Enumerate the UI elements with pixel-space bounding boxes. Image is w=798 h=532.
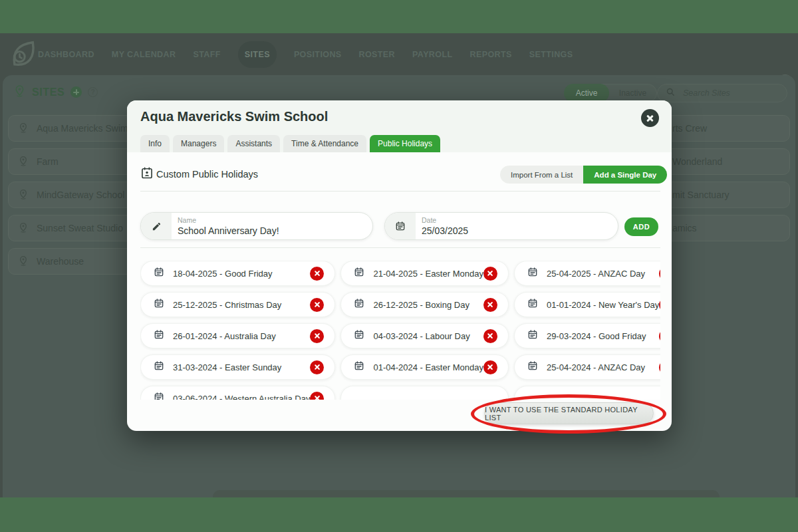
delete-holiday-icon[interactable] bbox=[659, 360, 660, 374]
holiday-item: 01-04-2024 - Easter Monday bbox=[340, 354, 508, 380]
calendar-icon bbox=[354, 360, 364, 374]
calendar-icon bbox=[385, 213, 416, 239]
calendar-icon bbox=[154, 329, 164, 342]
site-name: MindGateway School bbox=[37, 190, 124, 200]
search-sites-box bbox=[657, 84, 787, 102]
holiday-label: 01-04-2024 - Easter Monday bbox=[373, 362, 483, 372]
filter-active-button[interactable]: Active bbox=[564, 84, 609, 102]
holiday-item: 01-01-2024 - New Year's Day bbox=[514, 292, 660, 317]
tab-public-holidays[interactable]: Public Holidays bbox=[370, 135, 440, 152]
holiday-action-buttons: Import From a List Add a Single Day bbox=[500, 166, 667, 184]
holiday-date-field[interactable]: Date 25/03/2025 bbox=[384, 212, 618, 240]
page-title: SITES bbox=[32, 86, 65, 98]
calendar-icon bbox=[527, 360, 538, 374]
holiday-item: 25-04-2025 - ANZAC Day bbox=[514, 261, 660, 286]
divider bbox=[140, 247, 660, 248]
holiday-item-partial bbox=[514, 386, 660, 400]
location-pin-icon bbox=[18, 156, 29, 168]
name-field-label: Name bbox=[178, 216, 279, 224]
add-site-button[interactable] bbox=[70, 86, 82, 98]
site-name-fragment: amics bbox=[672, 223, 697, 233]
date-field-label: Date bbox=[422, 216, 468, 224]
tab-managers[interactable]: Managers bbox=[173, 135, 224, 152]
modal-title: Aqua Mavericks Swim School bbox=[140, 109, 328, 124]
delete-holiday-icon[interactable] bbox=[310, 360, 324, 374]
delete-holiday-icon[interactable] bbox=[310, 298, 324, 312]
holiday-label: 03-06-2024 - Western Australia Day bbox=[173, 394, 310, 400]
date-field-value: 25/03/2025 bbox=[422, 225, 468, 236]
holiday-item: 31-03-2024 - Easter Sunday bbox=[140, 354, 335, 380]
add-single-day-button[interactable]: Add a Single Day bbox=[583, 166, 667, 184]
filter-inactive-button[interactable]: Inactive bbox=[609, 84, 656, 102]
sites-page-header: SITES bbox=[13, 84, 98, 100]
holiday-label: 26-12-2025 - Boxing Day bbox=[373, 300, 483, 310]
holiday-item: 25-12-2025 - Christmas Day bbox=[140, 292, 335, 317]
delete-holiday-icon[interactable] bbox=[483, 267, 497, 281]
holiday-item: 29-03-2024 - Good Friday bbox=[514, 323, 660, 348]
delete-holiday-icon[interactable] bbox=[483, 298, 497, 312]
modal-tabs: Info Managers Assistants Time & Attendan… bbox=[140, 135, 440, 152]
section-title: Custom Public Holidays bbox=[156, 169, 258, 180]
holiday-label: 21-04-2025 - Easter Monday bbox=[373, 269, 483, 279]
calendar-icon bbox=[527, 298, 538, 311]
delete-holiday-icon[interactable] bbox=[659, 267, 660, 281]
delete-holiday-icon[interactable] bbox=[483, 329, 497, 343]
holiday-label: 31-03-2024 - Easter Sunday bbox=[173, 362, 310, 372]
site-name-fragment: Wonderland bbox=[672, 156, 722, 167]
holiday-item: 26-12-2025 - Boxing Day bbox=[340, 292, 508, 317]
calendar-icon bbox=[154, 267, 164, 280]
nav-item-reports[interactable]: REPORTS bbox=[470, 50, 512, 59]
location-pin-icon bbox=[18, 222, 29, 235]
search-icon bbox=[666, 87, 676, 100]
nav-item-my-calendar[interactable]: MY CALENDAR bbox=[112, 50, 176, 59]
tab-time-attendance[interactable]: Time & Attendance bbox=[283, 135, 366, 152]
nav-item-settings[interactable]: SETTINGS bbox=[529, 50, 573, 59]
rosterelf-logo-icon[interactable] bbox=[7, 39, 37, 69]
delete-holiday-icon[interactable] bbox=[659, 329, 660, 343]
location-pin-icon bbox=[18, 122, 29, 135]
site-name: Sunset Sweat Studio bbox=[37, 223, 123, 233]
site-name-fragment: mit Sanctuary bbox=[672, 190, 730, 200]
nav-item-roster[interactable]: ROSTER bbox=[359, 50, 396, 59]
page-help-icon[interactable] bbox=[88, 87, 98, 97]
delete-holiday-icon[interactable] bbox=[310, 329, 324, 343]
nav-item-sites[interactable]: SITES bbox=[238, 41, 277, 68]
import-from-list-button[interactable]: Import From a List bbox=[500, 166, 583, 184]
search-sites-input[interactable] bbox=[682, 88, 768, 98]
modal-header: Aqua Mavericks Swim School Info Managers… bbox=[127, 100, 672, 152]
main-nav: DASHBOARD MY CALENDAR STAFF SITES POSITI… bbox=[38, 33, 573, 75]
holiday-label: 29-03-2024 - Good Friday bbox=[547, 331, 659, 341]
holiday-label: 18-04-2025 - Good Friday bbox=[173, 269, 310, 279]
nav-item-dashboard[interactable]: DASHBOARD bbox=[38, 50, 94, 59]
holiday-label: 25-12-2025 - Christmas Day bbox=[173, 300, 310, 310]
use-standard-holiday-list-button[interactable]: I WANT TO USE THE STANDARD HOLIDAY LIST bbox=[484, 402, 654, 424]
calendar-icon bbox=[154, 298, 164, 311]
nav-item-staff[interactable]: STAFF bbox=[193, 50, 220, 59]
nav-item-positions[interactable]: POSITIONS bbox=[294, 50, 342, 59]
holiday-name-field[interactable]: Name School Anniversary Day! bbox=[140, 212, 373, 240]
site-name-fragment: rts Crew bbox=[672, 123, 707, 134]
name-field-value: School Anniversary Day! bbox=[178, 225, 279, 236]
calendar-icon bbox=[527, 267, 538, 280]
divider bbox=[140, 191, 660, 192]
holiday-item: 26-01-2024 - Australia Day bbox=[140, 323, 335, 348]
location-pin-icon bbox=[13, 84, 26, 100]
holiday-item: 25-04-2024 - ANZAC Day bbox=[514, 354, 660, 380]
add-holiday-button[interactable]: ADD bbox=[624, 217, 658, 236]
tab-assistants[interactable]: Assistants bbox=[227, 135, 280, 152]
holiday-list: 18-04-2025 - Good Friday 21-04-2025 - Ea… bbox=[140, 261, 660, 400]
delete-holiday-icon[interactable] bbox=[310, 267, 324, 281]
nav-item-payroll[interactable]: PAYROLL bbox=[412, 50, 452, 59]
tab-info[interactable]: Info bbox=[140, 135, 170, 152]
calendar-person-icon bbox=[140, 166, 154, 182]
calendar-icon bbox=[354, 267, 364, 280]
holiday-label: 04-03-2024 - Labour Day bbox=[373, 331, 483, 341]
holiday-item: 04-03-2024 - Labour Day bbox=[340, 323, 508, 348]
delete-holiday-icon[interactable] bbox=[659, 298, 660, 312]
holiday-item-partial bbox=[340, 386, 508, 400]
holiday-label: 25-04-2024 - ANZAC Day bbox=[547, 362, 659, 372]
close-icon[interactable] bbox=[641, 109, 659, 127]
delete-holiday-icon[interactable] bbox=[483, 360, 497, 374]
site-name: Warehouse bbox=[37, 256, 84, 267]
delete-holiday-icon[interactable] bbox=[310, 392, 324, 400]
